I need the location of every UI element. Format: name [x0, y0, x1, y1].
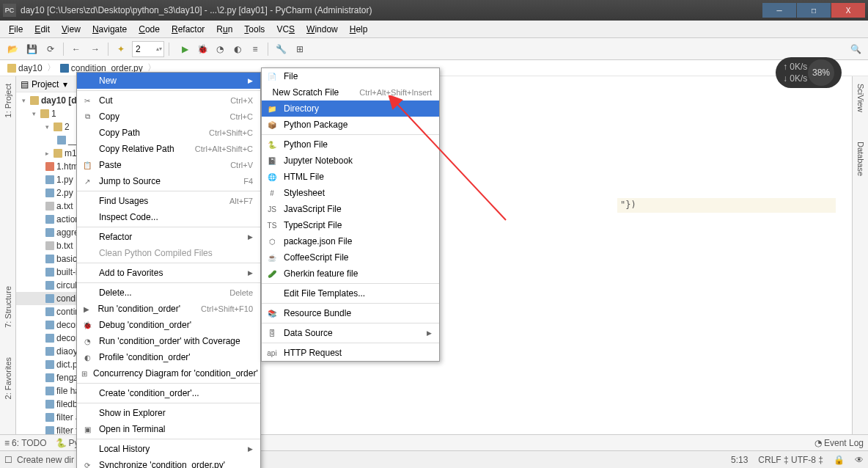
save-icon[interactable]: 💾: [23, 41, 40, 57]
status-eye-icon[interactable]: 👁: [855, 455, 864, 465]
network-widget[interactable]: ↑ 0K/s ↓ 0K/s 38%: [776, 57, 842, 88]
right-tool-gutter: SciView Database: [852, 76, 868, 443]
window-min-button[interactable]: ─: [762, 3, 796, 18]
menu-refactor[interactable]: Refactor: [166, 24, 210, 34]
menu-item-python-file[interactable]: 🐍Python File: [262, 136, 439, 153]
struct-icon[interactable]: ⊞: [292, 41, 308, 57]
database-tool-button[interactable]: Database: [856, 142, 865, 176]
current-line-highlight: [617, 198, 836, 213]
open-icon[interactable]: 📂: [4, 41, 21, 57]
menu-item-coffeescript-file[interactable]: ☕CoffeeScript File: [262, 249, 439, 266]
menu-item-create-condition-order-[interactable]: Create 'condition_order'...: [77, 385, 260, 401]
menu-navigate[interactable]: Navigate: [87, 24, 133, 34]
menu-item-python-package[interactable]: 📦Python Package: [262, 117, 439, 133]
menu-item-jupyter-notebook[interactable]: 📓Jupyter Notebook: [262, 153, 439, 169]
todo-tool-button[interactable]: ≡ 6: TODO: [4, 438, 47, 448]
menu-edit[interactable]: Edit: [29, 24, 56, 34]
menu-item-copy-path[interactable]: Copy PathCtrl+Shift+C: [77, 125, 260, 141]
code-fragment: "}): [620, 200, 636, 210]
menu-item-paste[interactable]: 📋PasteCtrl+V: [77, 157, 260, 173]
breadcrumb-root[interactable]: day10: [4, 63, 45, 73]
menu-item-run-condition-order-[interactable]: ▶Run 'condition_order'Ctrl+Shift+F10: [77, 301, 260, 317]
window-title: day10 [C:\Users\zd\Desktop\python_s3\day…: [21, 5, 372, 15]
menu-item-run-condition-order-with-coverage[interactable]: ◔Run 'condition_order' with Coverage: [77, 333, 260, 349]
debug-icon[interactable]: 🐞: [194, 41, 210, 57]
menu-item-synchronize-condition-order-py-[interactable]: ⟳Synchronize 'condition_order.py': [77, 457, 260, 468]
window-close-button[interactable]: X: [831, 3, 865, 18]
menu-item-http-request[interactable]: apiHTTP Request: [262, 345, 439, 361]
menu-item-copy-relative-path[interactable]: Copy Relative PathCtrl+Alt+Shift+C: [77, 141, 260, 157]
menu-run[interactable]: Run: [210, 24, 238, 34]
context-menu-main[interactable]: New▶✂CutCtrl+X⧉CopyCtrl+CCopy PathCtrl+S…: [76, 72, 261, 468]
menu-tools[interactable]: Tools: [238, 24, 271, 34]
sciview-tool-button[interactable]: SciView: [856, 84, 865, 112]
menu-item-add-to-favorites[interactable]: Add to Favorites▶: [77, 265, 260, 281]
project-tool-button[interactable]: 1: Project: [4, 84, 12, 117]
menu-item-concurrency-diagram-for-condition-order-[interactable]: ⊞Concurrency Diagram for 'condition_orde…: [77, 365, 260, 381]
menu-item-new[interactable]: New▶: [77, 73, 260, 89]
menu-item-refactor[interactable]: Refactor▶: [77, 229, 260, 245]
menu-item-data-source[interactable]: 🗄Data Source▶: [262, 325, 439, 341]
toolbar: 📂 💾 ⟳ ← → ✦ ▴▾ ▶ 🐞 ◔ ◐ ≡ 🔧 ⊞ 🔍: [0, 38, 868, 60]
wrench-icon[interactable]: 🔧: [273, 41, 289, 57]
status-lock-icon[interactable]: 🔒: [834, 455, 845, 465]
menu-item-new-scratch-file[interactable]: New Scratch FileCtrl+Alt+Shift+Insert: [262, 84, 439, 100]
forward-icon[interactable]: →: [87, 41, 103, 57]
menu-item-local-history[interactable]: Local History▶: [77, 441, 260, 457]
menu-view[interactable]: View: [56, 24, 87, 34]
menu-item-cut[interactable]: ✂CutCtrl+X: [77, 92, 260, 109]
menu-item-javascript-file[interactable]: JSJavaScript File: [262, 201, 439, 217]
menu-item-copy[interactable]: ⧉CopyCtrl+C: [77, 109, 260, 125]
app-icon: PC: [3, 4, 16, 17]
menu-item-gherkin-feature-file[interactable]: 🥒Gherkin feature file: [262, 266, 439, 282]
menu-item-stylesheet[interactable]: #Stylesheet: [262, 185, 439, 201]
status-encoding[interactable]: CRLF ‡ UTF-8 ‡: [758, 455, 823, 465]
profile-icon[interactable]: ◐: [229, 41, 246, 57]
menu-vcs[interactable]: VCS: [271, 24, 301, 34]
menu-item-delete-[interactable]: Delete...Delete: [77, 285, 260, 301]
menu-item-html-file[interactable]: 🌐HTML File: [262, 169, 439, 185]
menu-item-inspect-code-[interactable]: Inspect Code...: [77, 209, 260, 225]
menu-window[interactable]: Window: [301, 24, 344, 34]
left-tool-gutter: 1: Project 7: Structure 2: Favorites: [0, 76, 16, 443]
sync-icon[interactable]: ⟳: [43, 41, 59, 57]
menu-item-profile-condition-order-[interactable]: ◐Profile 'condition_order': [77, 349, 260, 365]
menu-item-package-json-file[interactable]: ⬡package.json File: [262, 233, 439, 249]
coverage-icon[interactable]: ◔: [212, 41, 228, 57]
structure-tool-button[interactable]: 7: Structure: [4, 286, 12, 328]
gear-icon[interactable]: ✦: [113, 41, 129, 57]
menu-item-typescript-file[interactable]: TSTypeScript File: [262, 217, 439, 233]
menu-code[interactable]: Code: [133, 24, 166, 34]
back-icon[interactable]: ←: [68, 41, 84, 57]
menu-item-debug-condition-order-[interactable]: 🐞Debug 'condition_order': [77, 317, 260, 333]
menu-item-jump-to-source[interactable]: ↗Jump to SourceF4: [77, 173, 260, 189]
favorites-tool-button[interactable]: 2: Favorites: [4, 357, 12, 399]
status-position[interactable]: 5:13: [731, 455, 748, 465]
menu-item-find-usages[interactable]: Find UsagesAlt+F7: [77, 193, 260, 209]
menu-item-clean-python-compiled-files[interactable]: Clean Python Compiled Files: [77, 245, 260, 261]
title-bar: PC day10 [C:\Users\zd\Desktop\python_s3\…: [0, 0, 868, 21]
menu-item-edit-file-templates-[interactable]: Edit File Templates...: [262, 285, 439, 301]
search-icon[interactable]: 🔍: [847, 41, 864, 57]
menu-help[interactable]: Help: [344, 24, 374, 34]
menu-item-file[interactable]: 📄File: [262, 68, 439, 84]
window-max-button[interactable]: □: [797, 3, 831, 18]
menu-bar: File Edit View Navigate Code Refactor Ru…: [0, 21, 868, 38]
menu-item-directory[interactable]: 📁Directory: [262, 100, 439, 117]
event-log-button[interactable]: ◔ Event Log: [814, 438, 864, 448]
menu-item-open-in-terminal[interactable]: ▣Open in Terminal: [77, 421, 260, 437]
spinner-input[interactable]: ▴▾: [132, 41, 164, 57]
run-icon[interactable]: ▶: [177, 41, 193, 57]
menu-file[interactable]: File: [3, 24, 29, 34]
layout-icon[interactable]: ≡: [247, 41, 263, 57]
menu-item-show-in-explorer[interactable]: Show in Explorer: [77, 405, 260, 421]
context-menu-new[interactable]: 📄FileNew Scratch FileCtrl+Alt+Shift+Inse…: [261, 67, 440, 362]
menu-item-resource-bundle[interactable]: 📚Resource Bundle: [262, 305, 439, 321]
status-hint: Create new dir: [17, 455, 74, 465]
